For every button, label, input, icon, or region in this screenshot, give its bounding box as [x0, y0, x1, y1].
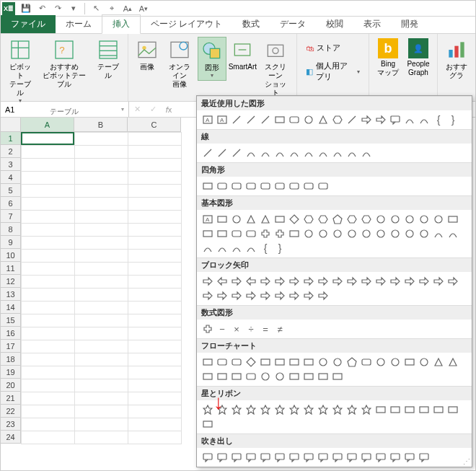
shape-item[interactable] [244, 213, 257, 226]
shape-item[interactable] [302, 370, 315, 383]
cell[interactable] [22, 198, 75, 211]
shape-item[interactable] [244, 451, 257, 464]
redo-button[interactable]: ↷ [50, 1, 66, 16]
cell[interactable] [128, 431, 182, 444]
shape-item[interactable] [317, 356, 330, 369]
cell[interactable] [22, 276, 75, 289]
cell[interactable] [75, 392, 128, 405]
shape-item[interactable] [259, 403, 272, 416]
cell[interactable] [22, 431, 75, 444]
shape-item[interactable]: { [432, 113, 445, 126]
shape-item[interactable] [216, 451, 229, 464]
shape-item[interactable] [244, 289, 257, 302]
column-header-B[interactable]: B [74, 118, 128, 132]
shape-item[interactable] [230, 403, 243, 416]
row-header-4[interactable]: 4 [1, 171, 21, 184]
tab-file[interactable]: ファイル [1, 15, 56, 33]
shape-item[interactable] [201, 180, 214, 193]
shape-item[interactable] [201, 370, 214, 383]
shape-item[interactable]: } [273, 242, 286, 255]
row-header-12[interactable]: 12 [1, 275, 21, 288]
tab-home[interactable]: ホーム [56, 15, 102, 33]
pointer-icon[interactable]: ⌖ [104, 1, 120, 16]
shape-item[interactable] [345, 451, 358, 464]
cell[interactable] [22, 379, 75, 392]
shape-item[interactable] [259, 213, 272, 226]
shape-item[interactable] [244, 146, 257, 159]
shape-item[interactable] [374, 403, 387, 416]
cell[interactable] [75, 185, 128, 198]
shape-item[interactable] [230, 289, 243, 302]
shape-item[interactable] [345, 113, 358, 126]
shape-item[interactable] [446, 403, 459, 416]
bing-maps-button[interactable]: b Bing マップ [374, 37, 402, 79]
row-header-15[interactable]: 15 [1, 314, 21, 327]
tab-review[interactable]: 校閲 [316, 15, 353, 33]
shape-item[interactable] [403, 227, 416, 240]
cell[interactable] [128, 159, 182, 172]
shape-item[interactable] [259, 113, 272, 126]
shape-item[interactable] [432, 227, 445, 240]
shape-item[interactable] [403, 403, 416, 416]
shape-item[interactable] [403, 275, 416, 288]
cell[interactable] [75, 327, 128, 340]
cell[interactable] [75, 405, 128, 418]
shape-item[interactable] [244, 227, 257, 240]
cell[interactable] [22, 327, 75, 340]
cell[interactable] [75, 211, 128, 224]
shape-item[interactable]: ≠ [273, 322, 286, 335]
cells-grid[interactable] [21, 132, 182, 444]
shape-item[interactable] [317, 213, 330, 226]
shape-item[interactable] [317, 370, 330, 383]
cell[interactable] [22, 185, 75, 198]
shape-item[interactable] [317, 403, 330, 416]
row-header-7[interactable]: 7 [1, 210, 21, 223]
cell[interactable] [75, 133, 128, 146]
cell[interactable] [75, 340, 128, 353]
row-header-8[interactable]: 8 [1, 223, 21, 236]
cell[interactable] [128, 133, 182, 146]
shape-item[interactable] [345, 403, 358, 416]
shape-item[interactable] [403, 213, 416, 226]
cell[interactable] [75, 237, 128, 250]
shape-item[interactable] [331, 451, 344, 464]
shape-item[interactable] [259, 227, 272, 240]
shape-item[interactable] [288, 213, 301, 226]
shape-item[interactable] [259, 289, 272, 302]
cell[interactable] [128, 392, 182, 405]
cell[interactable] [22, 263, 75, 276]
shape-item[interactable] [259, 146, 272, 159]
shape-item[interactable] [389, 356, 402, 369]
cell[interactable] [75, 172, 128, 185]
row-header-11[interactable]: 11 [1, 262, 21, 275]
row-header-13[interactable]: 13 [1, 288, 21, 301]
shape-item[interactable] [288, 227, 301, 240]
row-header-18[interactable]: 18 [1, 353, 21, 366]
cell[interactable] [22, 366, 75, 379]
shape-item[interactable] [360, 451, 373, 464]
cell[interactable] [128, 289, 182, 301]
shape-item[interactable] [244, 370, 257, 383]
shape-item[interactable] [230, 275, 243, 288]
cell[interactable] [22, 301, 75, 314]
shape-item[interactable]: − [216, 322, 229, 335]
shape-item[interactable] [360, 213, 373, 226]
select-all-corner[interactable] [1, 118, 21, 132]
shape-item[interactable]: × [230, 322, 243, 335]
shape-item[interactable] [360, 227, 373, 240]
shape-item[interactable] [317, 275, 330, 288]
shape-item[interactable]: A [216, 113, 229, 126]
row-header-21[interactable]: 21 [1, 392, 21, 405]
shape-item[interactable] [374, 275, 387, 288]
shape-item[interactable] [345, 227, 358, 240]
shape-item[interactable] [302, 275, 315, 288]
shape-item[interactable] [201, 289, 214, 302]
shape-item[interactable] [259, 275, 272, 288]
shape-item[interactable] [288, 403, 301, 416]
shape-item[interactable] [317, 289, 330, 302]
shape-item[interactable] [230, 370, 243, 383]
shape-item[interactable] [317, 180, 330, 193]
shape-item[interactable] [317, 113, 330, 126]
shape-item[interactable] [216, 242, 229, 255]
shape-item[interactable] [317, 227, 330, 240]
